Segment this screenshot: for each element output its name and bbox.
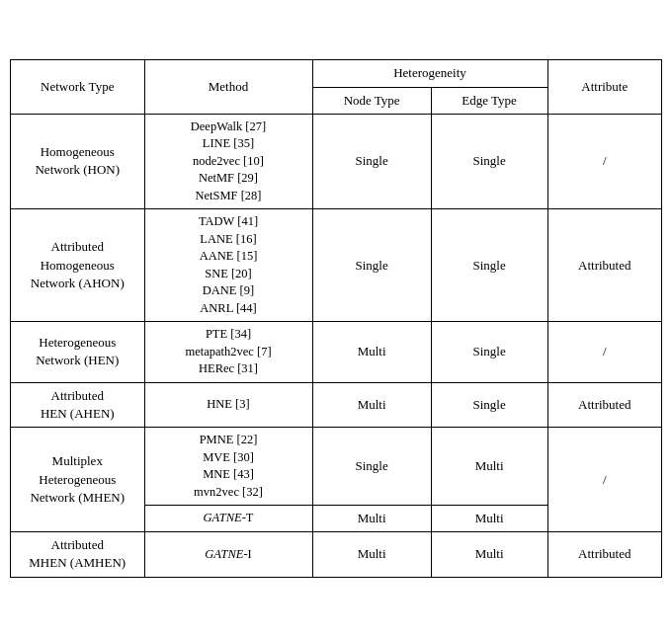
node-type-cell: Multi <box>312 322 431 383</box>
method-italic: GATNE <box>204 511 242 524</box>
edge-type-cell: Multi <box>431 532 547 577</box>
node-type-cell: Multi <box>312 506 431 532</box>
col-header-node-type: Node Type <box>312 87 431 114</box>
node-type-cell: Single <box>312 428 431 506</box>
col-header-heterogeneity: Heterogeneity <box>312 60 547 87</box>
attribute-cell: Attributed <box>547 532 661 577</box>
edge-type-cell: Single <box>431 209 547 322</box>
method-cell: PMNE [22]MVE [30]MNE [43]mvn2vec [32] <box>144 428 312 506</box>
network-type-cell: AttributedHEN (AHEN) <box>11 382 144 427</box>
attribute-cell: Attributed <box>547 209 661 322</box>
method-italic: GATNE <box>205 547 243 561</box>
table-row: MultiplexHeterogeneousNetwork (MHEN) PMN… <box>11 428 661 506</box>
attribute-cell: / <box>547 114 661 209</box>
method-cell: GATNE-T <box>144 506 312 532</box>
attribute-cell: / <box>547 428 661 532</box>
node-type-cell: Single <box>312 209 431 322</box>
main-table-wrapper: Network Type Method Heterogeneity Attrib… <box>10 59 662 577</box>
method-cell: HNE [3] <box>144 382 312 427</box>
edge-type-cell: Single <box>431 114 547 209</box>
node-type-cell: Multi <box>312 382 431 427</box>
network-type-cell: AttributedHomogeneousNetwork (AHON) <box>11 209 144 322</box>
network-type-cell: HeterogeneousNetwork (HEN) <box>11 322 144 383</box>
edge-type-cell: Single <box>431 322 547 383</box>
method-cell: TADW [41]LANE [16]AANE [15]SNE [20]DANE … <box>144 209 312 322</box>
network-type-cell: MultiplexHeterogeneousNetwork (MHEN) <box>11 428 144 532</box>
method-cell: GATNE-I <box>144 532 312 577</box>
edge-type-cell: Multi <box>431 506 547 532</box>
table-row: HeterogeneousNetwork (HEN) PTE [34]metap… <box>11 322 661 383</box>
network-type-cell: HomogeneousNetwork (HON) <box>11 114 144 209</box>
table-row: HomogeneousNetwork (HON) DeepWalk [27]LI… <box>11 114 661 209</box>
table-row: AttributedHomogeneousNetwork (AHON) TADW… <box>11 209 661 322</box>
method-cell: DeepWalk [27]LINE [35]node2vec [10]NetMF… <box>144 114 312 209</box>
attribute-cell: / <box>547 322 661 383</box>
col-header-network-type: Network Type <box>11 60 144 114</box>
col-header-method: Method <box>144 60 312 114</box>
col-header-edge-type: Edge Type <box>431 87 547 114</box>
network-type-cell: AttributedMHEN (AMHEN) <box>11 532 144 577</box>
node-type-cell: Multi <box>312 532 431 577</box>
attribute-cell: Attributed <box>547 382 661 427</box>
node-type-cell: Single <box>312 114 431 209</box>
table-row: AttributedMHEN (AMHEN) GATNE-I Multi Mul… <box>11 532 661 577</box>
table-row: AttributedHEN (AHEN) HNE [3] Multi Singl… <box>11 382 661 427</box>
method-cell: PTE [34]metapath2vec [7]HERec [31] <box>144 322 312 383</box>
edge-type-cell: Multi <box>431 428 547 506</box>
edge-type-cell: Single <box>431 382 547 427</box>
col-header-attribute: Attribute <box>547 60 661 114</box>
